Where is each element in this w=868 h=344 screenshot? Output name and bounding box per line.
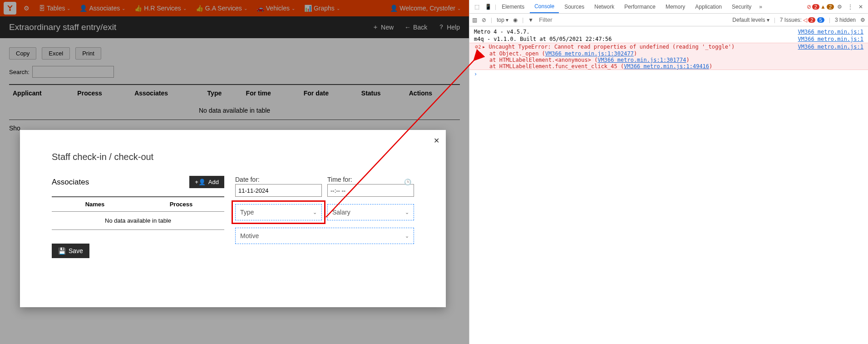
col-process: Process	[138, 201, 224, 208]
tab-console[interactable]: Console	[530, 0, 559, 13]
error-icon: ⊘2	[474, 44, 482, 50]
log-line: m4q - v1.1.0. Built at 05/05/2021 22:47:…	[474, 36, 798, 42]
console-output: Metro 4 - v4.5.7.VM366 metro.min.js:1 m4…	[469, 26, 868, 344]
save-icon: 💾	[58, 247, 66, 254]
eye-icon[interactable]: ◉	[513, 17, 518, 23]
tab-memory[interactable]: Memory	[661, 0, 690, 13]
modal-dialog: ✕ Staff check-in / check-out Associates …	[20, 130, 446, 307]
close-icon[interactable]: ✕	[856, 4, 865, 10]
salary-dropdown[interactable]: Salary⌄	[327, 204, 414, 220]
log-line: Metro 4 - v4.5.7.	[474, 29, 798, 35]
date-label: Date for:	[235, 176, 322, 183]
chevron-down-icon: ⌄	[405, 233, 409, 239]
error-message[interactable]: ▸ Uncaught TypeError: Cannot read proper…	[482, 44, 798, 50]
settings-icon[interactable]: ⚙	[835, 4, 844, 10]
hidden-count[interactable]: 3 hidden	[835, 17, 856, 23]
inspect-icon[interactable]: ⬚	[472, 4, 482, 10]
levels-dropdown[interactable]: Default levels ▾	[732, 17, 769, 23]
stack-line: at Object._open (VM366 metro.min.js:1:30…	[469, 50, 868, 57]
more-tabs-icon[interactable]: »	[757, 4, 764, 10]
source-link[interactable]: VM366 metro.min.js:1:302477	[545, 50, 634, 57]
source-link[interactable]: VM366 metro.min.js:1	[798, 29, 864, 35]
col-names: Names	[52, 201, 138, 208]
time-input[interactable]	[327, 184, 414, 197]
tab-application[interactable]: Application	[690, 0, 726, 13]
console-prompt[interactable]: ›	[469, 70, 868, 78]
clock-icon[interactable]: 🕒	[404, 179, 411, 185]
error-counter[interactable]: ⊘2	[807, 4, 819, 10]
clear-icon[interactable]: ⊘	[482, 17, 486, 23]
source-link[interactable]: VM366 metro.min.js:1	[798, 44, 864, 50]
tab-elements[interactable]: Elements	[497, 0, 529, 13]
gear-icon[interactable]: ⚙	[860, 17, 865, 23]
add-button[interactable]: +👤Add	[189, 176, 224, 188]
filter-icon: ▼	[528, 17, 533, 23]
type-dropdown[interactable]: Type⌄	[235, 204, 322, 220]
warning-counter[interactable]: ▲2	[820, 4, 834, 10]
modal-title: Staff check-in / check-out	[52, 152, 414, 162]
tab-performance[interactable]: Performance	[620, 0, 660, 13]
close-icon[interactable]: ✕	[434, 136, 439, 145]
filter-input[interactable]	[538, 15, 647, 25]
issues-link[interactable]: 7 Issues: ◁2 5	[780, 17, 824, 23]
modal-table-nodata: No data available in table	[52, 212, 224, 230]
device-icon[interactable]: 📱	[483, 4, 494, 10]
chevron-down-icon: ⌄	[405, 209, 409, 215]
save-button[interactable]: 💾Save	[52, 244, 89, 258]
source-link[interactable]: VM366 metro.min.js:1	[798, 36, 864, 42]
source-link[interactable]: VM366 metro.min.js:1:49416	[624, 63, 709, 70]
tab-sources[interactable]: Sources	[560, 0, 589, 13]
source-link[interactable]: VM366 metro.min.js:1:301774	[597, 57, 686, 63]
sidebar-toggle-icon[interactable]: ▥	[472, 17, 477, 23]
kebab-icon[interactable]: ⋮	[845, 4, 855, 10]
console-toolbar: ▥ ⊘ | top ▾ ◉ | ▼ Default levels ▾ | 7 I…	[469, 14, 868, 26]
tab-network[interactable]: Network	[590, 0, 619, 13]
stack-line: at HTMLLabelElement.<anonymous> (VM366 m…	[469, 57, 868, 63]
context-selector[interactable]: top ▾	[497, 17, 508, 23]
date-input[interactable]	[235, 184, 322, 197]
chevron-down-icon: ⌄	[313, 209, 317, 215]
associates-heading: Associates	[52, 178, 89, 187]
motive-dropdown[interactable]: Motive⌄	[235, 228, 414, 244]
devtools-tabs: ⬚ 📱 | Elements Console Sources Network P…	[469, 0, 868, 14]
tab-security[interactable]: Security	[727, 0, 756, 13]
stack-line: at HTMLLabelElement.func_event_click_45 …	[469, 63, 868, 70]
devtools-panel: ⬚ 📱 | Elements Console Sources Network P…	[469, 0, 868, 344]
time-label: Time for:	[327, 176, 414, 183]
plus-user-icon: +👤	[195, 179, 206, 185]
